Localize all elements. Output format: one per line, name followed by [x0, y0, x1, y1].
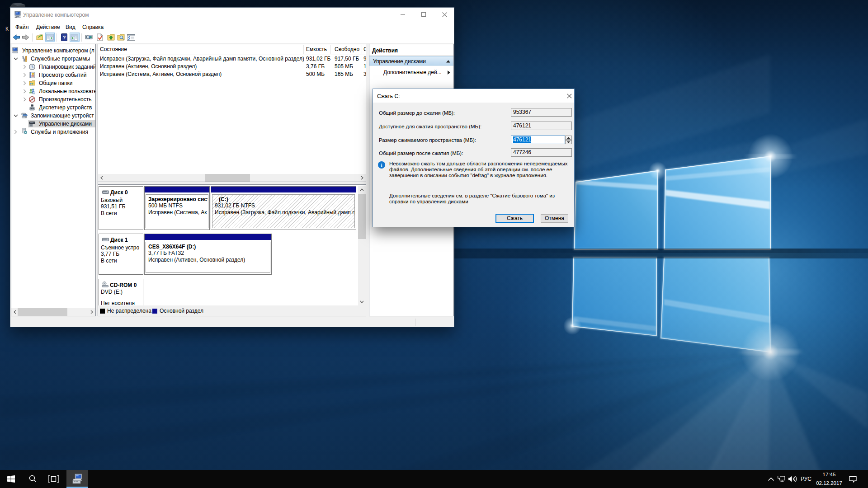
svg-text:?: ? — [63, 35, 66, 40]
